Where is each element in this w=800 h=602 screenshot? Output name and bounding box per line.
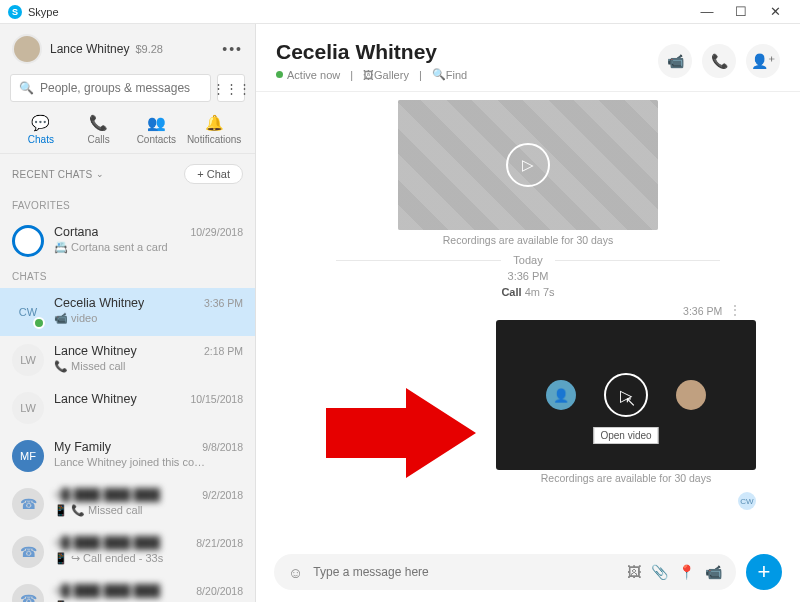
calls-icon: 📞 (89, 114, 108, 132)
avatar (12, 225, 44, 257)
chat-name: Lance Whitney (54, 344, 137, 358)
participant-avatar (676, 380, 706, 410)
chat-list-item[interactable]: LWLance Whitney2:18 PM📞 Missed call (0, 336, 255, 384)
my-balance: $9.28 (135, 43, 163, 55)
chat-time: 2:18 PM (204, 345, 243, 357)
attach-file-icon[interactable]: 📎 (651, 564, 668, 580)
attach-contact-icon[interactable]: 🖼 (627, 564, 641, 580)
my-avatar[interactable] (12, 34, 42, 64)
message-more-button[interactable]: ⋮ (728, 302, 742, 318)
participant-avatar-icon: 👤 (546, 380, 576, 410)
window-title: Skype (28, 6, 59, 18)
call-event: Call 4m 7s (276, 286, 780, 298)
play-button[interactable]: ▷↖ (604, 373, 648, 417)
video-call-button[interactable]: 📹 (658, 44, 692, 78)
profile-row[interactable]: Lance Whitney $9.28 ••• (0, 24, 255, 74)
chat-name: Cortana (54, 225, 98, 239)
chat-list-item[interactable]: LWLance Whitney10/15/2018 (0, 384, 255, 432)
sidebar: Lance Whitney $9.28 ••• 🔍 ⋮⋮⋮ 💬Chats📞Cal… (0, 24, 256, 602)
chat-list-item[interactable]: CWCecelia Whitney3:36 PM📹 video (0, 288, 255, 336)
window-close-button[interactable]: ✕ (758, 4, 792, 19)
chat-preview: 📞 Missed call (54, 360, 243, 373)
chat-time: 8/20/2018 (196, 585, 243, 597)
tab-contacts[interactable]: 👥Contacts (129, 114, 183, 145)
day-separator: Today (336, 254, 720, 266)
sender-avatar: CW (738, 492, 756, 510)
message-input[interactable] (313, 565, 617, 579)
conversation-title: Cecelia Whitney (276, 40, 467, 64)
avatar: ☎ (12, 536, 44, 568)
chat-time: 10/29/2018 (190, 226, 243, 238)
chat-name: +█ ███ ███ ███ (54, 488, 160, 502)
recent-chats-header[interactable]: RECENT CHATS ⌄ + Chat (0, 154, 255, 194)
chat-preview: 📹 video (54, 312, 243, 325)
tab-calls[interactable]: 📞Calls (72, 114, 126, 145)
avatar: CW (12, 296, 44, 328)
chat-list-item[interactable]: MFMy Family9/8/2018Lance Whitney joined … (0, 432, 255, 480)
notifications-icon: 🔔 (205, 114, 224, 132)
conversation-header: Cecelia Whitney Active now | 🖼 Gallery |… (256, 24, 800, 92)
location-icon[interactable]: 📍 (678, 564, 695, 580)
annotation-arrow-icon (326, 388, 476, 478)
conversation-panel: Cecelia Whitney Active now | 🖼 Gallery |… (256, 24, 800, 602)
favorites-heading: FAVORITES (0, 194, 255, 217)
open-video-tooltip: Open video (593, 427, 658, 444)
chat-name: +█ ███ ███ ███ (54, 584, 160, 598)
play-icon: ▷ (506, 143, 550, 187)
chat-list-item[interactable]: ☎+█ ███ ███ ███9/2/2018📱 📞 Missed call (0, 480, 255, 528)
chat-time: 3:36 PM (204, 297, 243, 309)
chat-time: 10/15/2018 (190, 393, 243, 405)
chat-preview: 📱 ↪ Call ended - 33s (54, 552, 243, 565)
chat-time: 9/8/2018 (202, 441, 243, 453)
chat-preview: 📱 📞 Missed call (54, 504, 243, 517)
contacts-icon: 👥 (147, 114, 166, 132)
chat-name: Cecelia Whitney (54, 296, 144, 310)
recording-caption: Recordings are available for 30 days (276, 234, 780, 246)
window-maximize-button[interactable]: ☐ (724, 4, 758, 19)
window-minimize-button[interactable]: — (690, 4, 724, 19)
chat-name: Lance Whitney (54, 392, 137, 406)
new-chat-button[interactable]: + Chat (184, 164, 243, 184)
tab-notifications[interactable]: 🔔Notifications (187, 114, 241, 145)
avatar: LW (12, 344, 44, 376)
chevron-down-icon: ⌄ (96, 169, 104, 179)
presence-status: Active now (276, 69, 340, 81)
call-timestamp: 3:36 PM (276, 270, 780, 282)
avatar: ☎ (12, 488, 44, 520)
chat-preview: Lance Whitney joined this co… (54, 456, 243, 468)
chat-name: My Family (54, 440, 111, 454)
video-recording-card[interactable]: 👤 ▷↖ Open video (496, 320, 756, 470)
window-titlebar: S Skype — ☐ ✕ (0, 0, 800, 24)
composer: ☺ 🖼 📎 📍 📹 + (256, 546, 800, 602)
search-box[interactable]: 🔍 (10, 74, 211, 102)
chats-icon: 💬 (31, 114, 50, 132)
recording-caption: Recordings are available for 30 days (496, 472, 756, 484)
chat-list-item[interactable]: ☎+█ ███ ███ ███8/20/2018📱 9 (0, 576, 255, 602)
chat-time: 9/2/2018 (202, 489, 243, 501)
chat-list-item[interactable]: ☎+█ ███ ███ ███8/21/2018📱 ↪ Call ended -… (0, 528, 255, 576)
svg-marker-0 (326, 388, 476, 478)
dialpad-button[interactable]: ⋮⋮⋮ (217, 74, 245, 102)
chat-time: 8/21/2018 (196, 537, 243, 549)
gallery-link[interactable]: 🖼 Gallery (363, 69, 409, 81)
emoji-button[interactable]: ☺ (288, 564, 303, 581)
avatar: ☎ (12, 584, 44, 602)
add-participant-button[interactable]: 👤⁺ (746, 44, 780, 78)
my-name: Lance Whitney (50, 42, 129, 56)
more-actions-button[interactable]: + (746, 554, 782, 590)
chat-preview: 📇 Cortana sent a card (54, 241, 243, 254)
search-icon: 🔍 (19, 81, 34, 95)
find-link[interactable]: 🔍 Find (432, 68, 467, 81)
chat-list-item[interactable]: Cortana10/29/2018📇 Cortana sent a card (0, 217, 255, 265)
avatar: LW (12, 392, 44, 424)
audio-call-button[interactable]: 📞 (702, 44, 736, 78)
avatar: MF (12, 440, 44, 472)
skype-logo-icon: S (8, 5, 22, 19)
record-video-icon[interactable]: 📹 (705, 564, 722, 580)
tab-chats[interactable]: 💬Chats (14, 114, 68, 145)
chat-name: +█ ███ ███ ███ (54, 536, 160, 550)
search-input[interactable] (40, 81, 202, 95)
chats-heading: CHATS (0, 265, 255, 288)
previous-recording-card[interactable]: ▷ (398, 100, 658, 230)
more-menu-button[interactable]: ••• (222, 41, 243, 57)
